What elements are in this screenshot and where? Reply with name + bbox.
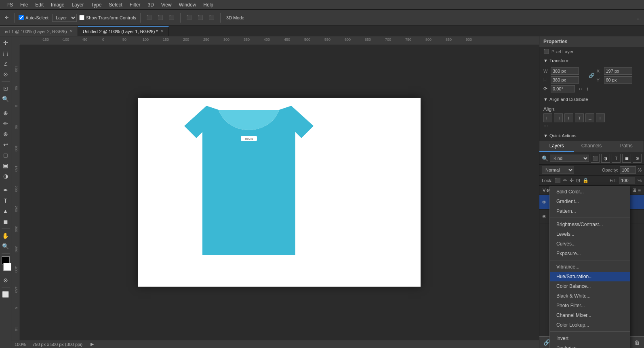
zoom-tool[interactable]: 🔍 — [1, 241, 11, 251]
menu-layer[interactable]: Layer — [68, 1, 87, 8]
opacity-input[interactable] — [620, 166, 636, 174]
brush-tool[interactable]: ✏ — [1, 119, 11, 128]
screen-mode-btn[interactable]: ⬜ — [1, 289, 11, 299]
tab-layers[interactable]: Layers — [539, 140, 574, 152]
dropdown-solid-color[interactable]: Solid Color... — [550, 187, 630, 197]
lock-artboard-btn[interactable]: ⊡ — [576, 178, 580, 183]
transform-section-header[interactable]: ▼ Transform — [539, 56, 644, 65]
layer0-visibility-icon[interactable]: 👁 — [542, 214, 548, 220]
lasso-tool[interactable]: 𝓛 — [1, 59, 11, 69]
blend-mode-select[interactable]: Normal Dissolve Multiply Screen Overlay — [542, 166, 574, 174]
align-section-header[interactable]: ▼ Align and Distribute — [539, 95, 644, 104]
menu-type[interactable]: Type — [88, 1, 105, 8]
path-select-tool[interactable]: ▲ — [1, 206, 11, 216]
shape-tool[interactable]: ◼ — [1, 217, 11, 226]
width-input[interactable] — [551, 67, 579, 75]
dropdown-curves[interactable]: Curves... — [550, 239, 630, 249]
tab-1[interactable]: ed-1 @ 100% (Layer 2, RGB/8) ✕ — [0, 26, 78, 36]
dropdown-color-lookup[interactable]: Color Lookup... — [550, 320, 630, 330]
pixel-filter-btn[interactable]: ⬛ — [591, 154, 600, 163]
gradient-tool[interactable]: ▣ — [1, 161, 11, 170]
align-left-edges-btn[interactable]: ⊢ — [543, 113, 552, 122]
select-tool[interactable]: ⬚ — [1, 48, 11, 58]
show-transform-checkbox[interactable] — [79, 15, 84, 20]
dropdown-levels[interactable]: Levels... — [550, 229, 630, 239]
dropdown-gradient[interactable]: Gradient... — [550, 197, 630, 206]
canvas-container[interactable]: BRAND — [19, 44, 539, 340]
lock-position-btn[interactable]: ✢ — [570, 178, 574, 183]
align-top-btn[interactable]: ⬛ — [185, 14, 194, 21]
3d-mode-btn[interactable]: 3D Mode — [225, 15, 246, 21]
dropdown-invert[interactable]: Invert — [550, 333, 630, 343]
view-details-btn[interactable]: ≡ — [638, 187, 641, 193]
menu-view[interactable]: View — [158, 1, 175, 8]
align-left-btn[interactable]: ⬛ — [145, 14, 154, 21]
crop-tool[interactable]: ⊡ — [1, 84, 11, 93]
lock-brush-btn[interactable]: ✏ — [563, 178, 567, 183]
spot-heal-tool[interactable]: ⊕ — [1, 108, 11, 118]
eyedropper-tool[interactable]: 🔍 — [1, 94, 11, 104]
align-v-centers-btn[interactable]: ⊥ — [585, 113, 594, 122]
align-center-h-btn[interactable]: ⬛ — [156, 14, 165, 21]
menu-3d[interactable]: 3D — [144, 1, 157, 8]
quick-actions-header[interactable]: ▼ Quick Actions — [539, 131, 644, 140]
dropdown-photo-filter[interactable]: Photo Filter... — [550, 301, 630, 310]
canvas-area[interactable]: -150 -100 -50 0 50 100 150 200 250 300 3… — [11, 36, 539, 348]
dropdown-hue-saturation[interactable]: Hue/Saturation... — [550, 272, 630, 281]
show-transform-label[interactable]: Show Transform Controls — [79, 15, 136, 20]
dropdown-posterize[interactable]: Posterize... — [550, 343, 630, 348]
menu-image[interactable]: Image — [48, 1, 67, 8]
dropdown-exposure[interactable]: Exposure... — [550, 249, 630, 258]
background-color[interactable] — [3, 263, 11, 271]
canvas-document[interactable]: BRAND — [138, 98, 421, 287]
align-middle-btn[interactable]: ⬛ — [196, 14, 205, 21]
quick-select-tool[interactable]: ⊙ — [1, 69, 11, 79]
align-more-btn[interactable]: ··· — [543, 122, 548, 129]
tab-2-close[interactable]: ✕ — [160, 29, 164, 34]
type-tool[interactable]: T — [1, 196, 11, 205]
angle-input[interactable] — [551, 85, 575, 92]
menu-window[interactable]: Window — [176, 1, 200, 8]
menu-file[interactable]: File — [17, 1, 31, 8]
menu-ps[interactable]: PS — [3, 1, 16, 8]
kind-filter-select[interactable]: Kind Name Effect Mode Attribute Color Sm… — [550, 155, 589, 162]
align-right-btn[interactable]: ⬛ — [167, 14, 176, 21]
height-input[interactable] — [551, 76, 579, 84]
move-tool-btn[interactable]: ✢ — [3, 14, 10, 21]
type-filter-btn[interactable]: T — [612, 154, 621, 163]
menu-select[interactable]: Select — [105, 1, 125, 8]
align-bottom-edges-btn[interactable]: ⊦ — [596, 113, 605, 122]
delete-layer-btn[interactable]: 🗑 — [633, 338, 642, 346]
quick-mask-tool[interactable]: ⊗ — [1, 275, 11, 285]
tab-2[interactable]: Untitled-2 @ 100% (Layer 1, RGB/8) * ✕ — [78, 26, 169, 36]
lock-all-btn[interactable]: 🔒 — [583, 178, 589, 183]
pen-tool[interactable]: ✒ — [1, 185, 11, 195]
auto-select-checkbox[interactable]: Auto-Select: — [19, 15, 50, 20]
eraser-tool[interactable]: ◻ — [1, 150, 11, 160]
tab-channels[interactable]: Channels — [574, 140, 609, 152]
dropdown-vibrance[interactable]: Vibrance... — [550, 262, 630, 272]
move-tool[interactable]: ✢ — [1, 38, 11, 48]
menu-edit[interactable]: Edit — [32, 1, 47, 8]
tab-paths[interactable]: Paths — [609, 140, 644, 152]
auto-select-dropdown[interactable]: Layer Group — [52, 14, 77, 22]
align-right-edges-btn[interactable]: ⊦ — [564, 113, 573, 122]
menu-filter[interactable]: Filter — [126, 1, 144, 8]
history-brush-tool[interactable]: ↩ — [1, 140, 11, 149]
dropdown-black-white[interactable]: Black & White... — [550, 291, 630, 301]
align-top-edges-btn[interactable]: ⊤ — [575, 113, 584, 122]
dropdown-pattern[interactable]: Pattern... — [550, 206, 630, 216]
x-input[interactable] — [604, 67, 632, 75]
toolbar-more-btn[interactable]: ... — [637, 15, 641, 21]
link-proportions-icon[interactable]: 🔗 — [589, 67, 595, 84]
layer1-visibility-icon[interactable]: 👁 — [542, 199, 548, 205]
auto-select-input[interactable] — [19, 15, 24, 20]
lock-pixel-btn[interactable]: ⬛ — [555, 178, 561, 183]
view-grid-btn[interactable]: ⊞ — [632, 187, 636, 193]
dropdown-channel-mixer[interactable]: Channel Mixer... — [550, 310, 630, 320]
align-h-centers-btn[interactable]: ⊣ — [554, 113, 563, 122]
dodge-tool[interactable]: ◑ — [1, 171, 11, 181]
dropdown-brightness[interactable]: Brightness/Contrast... — [550, 220, 630, 229]
shape-filter-btn[interactable]: ◼ — [622, 154, 631, 163]
hand-tool[interactable]: ✋ — [1, 231, 11, 241]
